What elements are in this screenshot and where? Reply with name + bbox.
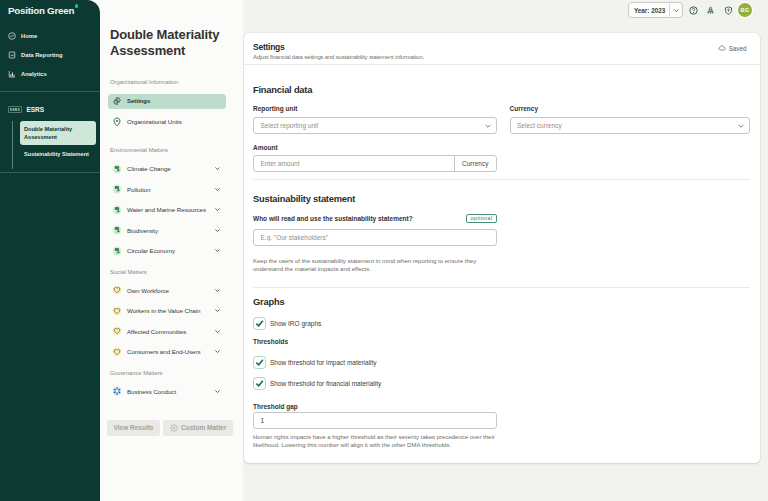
topbar: Year: 2023 BG	[243, 0, 768, 26]
gear-icon	[112, 96, 122, 106]
chevron-down-icon	[214, 247, 221, 254]
help-icon[interactable]	[689, 6, 698, 15]
avatar[interactable]: BG	[738, 3, 752, 17]
sidebar-item-consumers-and-end-users[interactable]: Consumers and End-Users	[108, 342, 226, 363]
checkbox-checked[interactable]	[253, 377, 266, 390]
sidebar-item-label: Home	[21, 33, 37, 39]
eco-icon	[112, 225, 122, 235]
group-label-social-matters: Social Matters	[110, 269, 147, 275]
show-iro-graphs-checkbox-row[interactable]: Show IRO graphs	[253, 317, 321, 330]
chevron-down-icon	[214, 388, 221, 395]
chevron-down-icon	[214, 206, 221, 213]
sidebar-item-own-workforce[interactable]: Own Workforce	[108, 280, 226, 301]
sidebar-item-affected-communities[interactable]: Affected Communities	[108, 321, 226, 342]
sidebar-item-home[interactable]: Home	[0, 26, 100, 45]
impact-materiality-checkbox-row[interactable]: Show threshold for impact materiality	[253, 356, 377, 369]
page-title: Settings	[253, 42, 285, 52]
reporting-unit-label: Reporting unit	[253, 105, 297, 112]
sidebar-item-pollution[interactable]: Pollution	[108, 179, 226, 200]
chevron-down-icon	[214, 348, 221, 355]
sidebar-item-business-conduct[interactable]: Business Conduct	[108, 381, 226, 402]
financial-data-heading: Financial data	[253, 85, 312, 95]
section-divider	[253, 179, 750, 180]
analytics-icon	[8, 70, 16, 78]
data-reporting-icon	[8, 51, 16, 59]
sidebar-item-label: Workers in the Value Chain	[127, 307, 214, 314]
sidebar-item-sustainability-statement[interactable]: Sustainability Statement	[24, 151, 89, 157]
sidebar-item-biodiversity[interactable]: Biodiversity	[108, 220, 226, 241]
cloud-icon	[718, 44, 726, 52]
heart-icon	[112, 285, 122, 295]
sidebar-item-label: Circular Economy	[127, 247, 214, 254]
eco-icon	[112, 205, 122, 215]
plus-circle-icon	[170, 424, 178, 432]
conduct-icon	[112, 386, 122, 396]
sidebar-item-workers-in-the-value-chain[interactable]: Workers in the Value Chain	[108, 301, 226, 322]
sidebar-item-label: Pollution	[127, 186, 214, 193]
sidebar-item-label: Climate Change	[127, 165, 214, 172]
page-subtitle: Adjust financial data settings and susta…	[253, 54, 424, 60]
eco-icon	[112, 164, 122, 174]
sidebar-divider	[0, 172, 100, 173]
checkbox-checked[interactable]	[253, 317, 266, 330]
graphs-heading: Graphs	[253, 297, 284, 307]
heart-icon	[112, 347, 122, 357]
chevron-down-icon	[214, 287, 221, 294]
threshold-gap-input[interactable]	[253, 412, 497, 429]
statement-question-row: Who will read and use the sustainability…	[253, 214, 497, 224]
chevron-down-icon	[214, 307, 221, 314]
card-header: Settings Adjust financial data settings …	[244, 33, 760, 65]
panel-title: Double Materiality Assessment	[110, 27, 236, 58]
sidebar-item-label: Affected Communities	[127, 328, 214, 335]
optional-badge: optional	[466, 214, 496, 224]
statement-input[interactable]	[253, 229, 497, 246]
sustainability-statement-heading: Sustainability statement	[253, 194, 355, 204]
threshold-gap-label: Threshold gap	[253, 403, 298, 410]
sidebar-item-circular-economy[interactable]: Circular Economy	[108, 240, 226, 261]
amount-label: Amount	[253, 144, 278, 151]
esrs-section-header: ESRS ESRS	[8, 106, 44, 113]
sidebar-item-climate-change[interactable]: Climate Change	[108, 158, 226, 179]
chevron-down-icon	[480, 122, 496, 130]
currency-select[interactable]: Select currency	[510, 117, 751, 134]
checkbox-checked[interactable]	[253, 356, 266, 369]
esrs-badge-icon: ESRS	[8, 106, 22, 113]
rocket-icon[interactable]	[706, 6, 715, 15]
sidebar-item-label: Organizational Units	[127, 118, 226, 125]
amount-group: Currency	[253, 155, 497, 172]
sidebar-item-settings[interactable]: Settings	[108, 94, 226, 109]
chevron-down-icon	[670, 7, 682, 14]
sidebar-divider	[0, 91, 100, 92]
reporting-unit-select[interactable]: Select reporting unit	[253, 117, 497, 134]
sidebar-item-label: Own Workforce	[127, 287, 214, 294]
primary-nav: HomeData ReportingAnalytics	[0, 26, 100, 83]
custom-matter-button[interactable]: Custom Matter	[163, 420, 233, 436]
esrs-tree-line	[12, 121, 13, 169]
group-label-environmental-matters: Environmental Matters	[110, 147, 168, 153]
sidebar-item-label: Settings	[127, 98, 226, 104]
sidebar-item-label: Biodiversity	[127, 227, 214, 234]
sidebar-item-double-materiality-assessment[interactable]: Double Materiality Assessment	[20, 121, 96, 145]
sidebar-item-organizational-units[interactable]: Organizational Units	[108, 111, 226, 132]
chevron-down-icon	[214, 165, 221, 172]
eco-icon	[112, 184, 122, 194]
chevron-down-icon	[733, 122, 749, 130]
sidebar-item-water-and-marine-resources[interactable]: Water and Marine Resources	[108, 199, 226, 220]
year-select[interactable]: Year: 2023	[628, 2, 683, 18]
saved-status: Saved	[718, 44, 746, 52]
sidebar-item-label: Analytics	[21, 71, 47, 77]
position-green-logo: Position Green	[8, 4, 78, 16]
financial-materiality-checkbox-row[interactable]: Show threshold for financial materiality	[253, 377, 381, 390]
sidebar-item-label: Business Conduct	[127, 388, 214, 395]
map-pin-icon	[112, 117, 122, 127]
chevron-down-icon	[214, 186, 221, 193]
amount-input[interactable]	[254, 156, 454, 171]
sidebar-item-data-reporting[interactable]: Data Reporting	[0, 45, 100, 64]
thresholds-label: Thresholds	[253, 338, 288, 345]
view-results-button[interactable]: View Results	[107, 420, 160, 436]
eco-icon	[112, 246, 122, 256]
group-label-organizational-information: Organizational Information	[110, 79, 178, 85]
sidebar-item-label: Water and Marine Resources	[127, 206, 214, 213]
shield-icon[interactable]	[724, 6, 733, 15]
sidebar-item-analytics[interactable]: Analytics	[0, 64, 100, 83]
